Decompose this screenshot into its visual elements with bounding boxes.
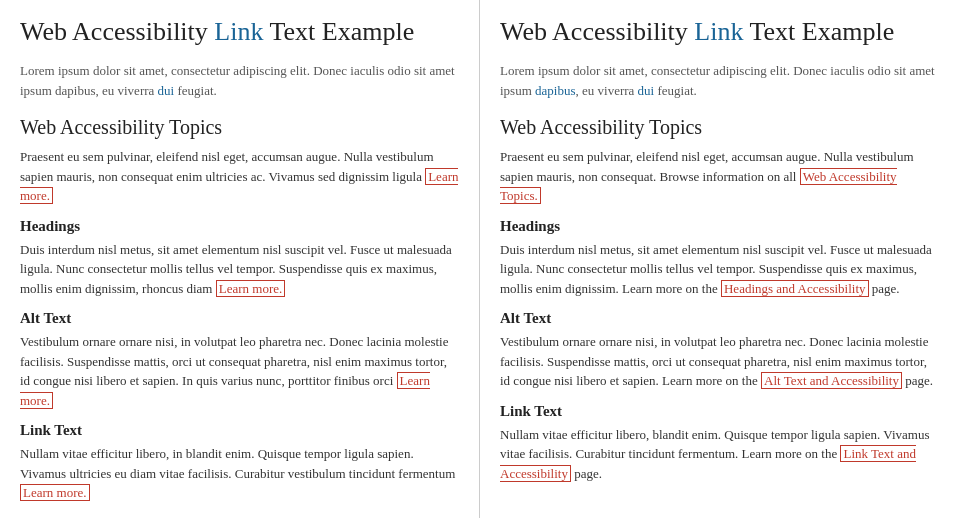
right-panel: Web Accessibility Link Text Example Lore…	[480, 0, 960, 518]
right-alttext-link[interactable]: Alt Text and Accessibility	[761, 372, 902, 389]
right-headings-link[interactable]: Headings and Accessibility	[721, 280, 869, 297]
left-linktext-body: Nullam vitae efficitur libero, in blandi…	[20, 444, 459, 503]
left-alttext-link[interactable]: Learn more.	[20, 372, 430, 409]
left-linktext-link[interactable]: Learn more.	[20, 484, 90, 501]
right-alttext-body: Vestibulum ornare ornare nisi, in volutp…	[500, 332, 940, 391]
right-headings-body: Duis interdum nisl metus, sit amet eleme…	[500, 240, 940, 299]
left-alttext-body: Vestibulum ornare ornare nisi, in volutp…	[20, 332, 459, 410]
right-title-link-word: Link	[694, 17, 743, 46]
right-intro-link1: dapibus	[535, 83, 575, 98]
right-alttext-section: Alt Text Vestibulum ornare ornare nisi, …	[500, 310, 940, 391]
left-headings-title: Headings	[20, 218, 459, 235]
right-page-title: Web Accessibility Link Text Example	[500, 16, 940, 47]
right-section-main-body: Praesent eu sem pulvinar, eleifend nisl …	[500, 147, 940, 206]
right-linktext-link[interactable]: Link Text and Accessibility	[500, 445, 916, 482]
right-headings-section: Headings Duis interdum nisl metus, sit a…	[500, 218, 940, 299]
left-alttext-title: Alt Text	[20, 310, 459, 327]
left-section-main-title: Web Accessibility Topics	[20, 116, 459, 139]
right-linktext-section: Link Text Nullam vitae efficitur libero,…	[500, 403, 940, 484]
left-linktext-title: Link Text	[20, 422, 459, 439]
left-headings-section: Headings Duis interdum nisl metus, sit a…	[20, 218, 459, 299]
right-linktext-title: Link Text	[500, 403, 940, 420]
right-section-main-title: Web Accessibility Topics	[500, 116, 940, 139]
left-section-main-body: Praesent eu sem pulvinar, eleifend nisl …	[20, 147, 459, 206]
main-layout: Web Accessibility Link Text Example Lore…	[0, 0, 960, 518]
left-linktext-section: Link Text Nullam vitae efficitur libero,…	[20, 422, 459, 503]
left-page-title: Web Accessibility Link Text Example	[20, 16, 459, 47]
right-learn-more-main[interactable]: Web Accessibility Topics.	[500, 168, 897, 205]
right-linktext-body: Nullam vitae efficitur libero, blandit e…	[500, 425, 940, 484]
left-alttext-section: Alt Text Vestibulum ornare ornare nisi, …	[20, 310, 459, 410]
left-title-link-word: Link	[214, 17, 263, 46]
left-intro-link: dui	[158, 83, 175, 98]
right-intro-link2: dui	[638, 83, 655, 98]
left-learn-more-main[interactable]: Learn more.	[20, 168, 458, 205]
right-headings-title: Headings	[500, 218, 940, 235]
right-alttext-title: Alt Text	[500, 310, 940, 327]
right-intro: Lorem ipsum dolor sit amet, consectetur …	[500, 61, 940, 100]
left-panel: Web Accessibility Link Text Example Lore…	[0, 0, 480, 518]
left-intro: Lorem ipsum dolor sit amet, consectetur …	[20, 61, 459, 100]
left-headings-link[interactable]: Learn more.	[216, 280, 286, 297]
left-headings-body: Duis interdum nisl metus, sit amet eleme…	[20, 240, 459, 299]
